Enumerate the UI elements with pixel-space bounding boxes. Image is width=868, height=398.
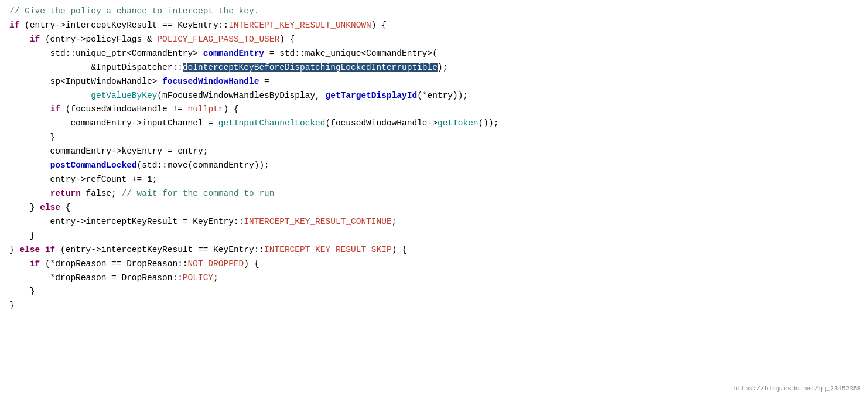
code-line-13: entry->refCount += 1; xyxy=(9,173,859,187)
code-line-11: commandEntry->keyEntry = entry; xyxy=(9,145,859,159)
code-line-6: sp<InputWindowHandle> focusedWindowHandl… xyxy=(9,75,859,89)
code-line-3: if (entry->policyFlags & POLICY_FLAG_PAS… xyxy=(9,33,859,47)
code-line-16: entry->interceptKeyResult = KeyEntry::IN… xyxy=(9,215,859,229)
code-line-9: commandEntry->inputChannel = getInputCha… xyxy=(9,117,859,131)
code-line-4: std::unique_ptr<CommandEntry> commandEnt… xyxy=(9,47,859,61)
code-line-1: // Give the policy a chance to intercept… xyxy=(9,5,859,19)
code-line-8: if (focusedWindowHandle != nullptr) { xyxy=(9,103,859,117)
code-line-10: } xyxy=(9,131,859,145)
code-line-2: if (entry->interceptKeyResult == KeyEntr… xyxy=(9,19,859,33)
code-line-19: if (*dropReason == DropReason::NOT_DROPP… xyxy=(9,257,859,271)
code-editor: // Give the policy a chance to intercept… xyxy=(0,0,868,398)
code-line-14: return false; // wait for the command to… xyxy=(9,187,859,201)
code-line-18: } else if (entry->interceptKeyResult == … xyxy=(9,243,859,257)
code-line-12: postCommandLocked(std::move(commandEntry… xyxy=(9,159,859,173)
code-line-7: getValueByKey(mFocusedWindowHandlesByDis… xyxy=(9,89,859,103)
code-line-22: } xyxy=(9,299,859,313)
code-line-20: *dropReason = DropReason::POLICY; xyxy=(9,271,859,285)
code-line-21: } xyxy=(9,285,859,299)
watermark: https://blog.csdn.net/qq_23452358 xyxy=(733,384,861,394)
code-line-5: &InputDispatcher::doInterceptKeyBeforeDi… xyxy=(9,61,859,75)
code-line-17: } xyxy=(9,229,859,243)
code-line-15: } else { xyxy=(9,201,859,215)
